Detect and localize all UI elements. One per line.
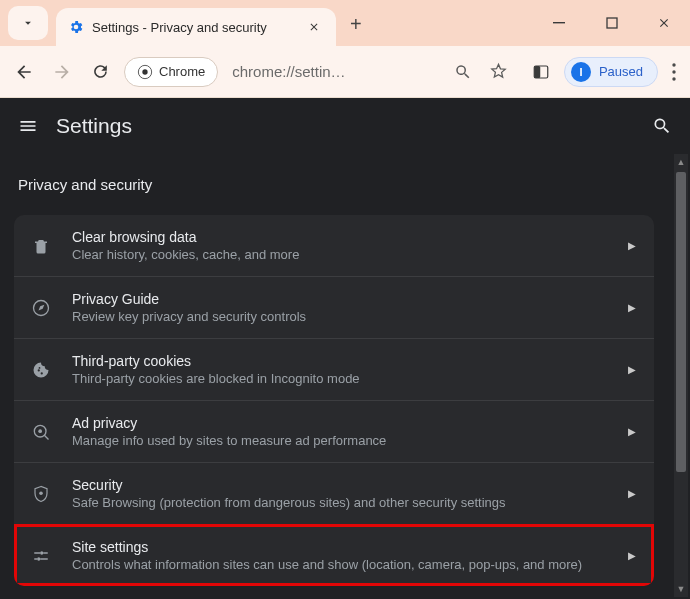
- browser-toolbar: Chrome chrome://settin… I Paused: [0, 46, 690, 98]
- tab-search-button[interactable]: [8, 6, 48, 40]
- chevron-right-icon: ▶: [628, 240, 636, 251]
- ad-icon: [28, 422, 54, 442]
- svg-point-13: [39, 491, 43, 495]
- reload-icon: [91, 62, 110, 81]
- settings-appbar: Settings: [0, 98, 690, 154]
- svg-rect-6: [534, 66, 540, 78]
- window-minimize-button[interactable]: [540, 3, 580, 43]
- vertical-scrollbar[interactable]: ▲ ▼: [674, 154, 688, 597]
- row-title: Site settings: [72, 539, 610, 555]
- svg-point-7: [672, 63, 675, 66]
- svg-point-8: [672, 70, 675, 73]
- svg-point-9: [672, 77, 675, 80]
- kebab-icon: [672, 63, 676, 81]
- profile-chip[interactable]: I Paused: [564, 57, 658, 87]
- avatar: I: [571, 62, 591, 82]
- overflow-menu-button[interactable]: [668, 63, 680, 81]
- svg-point-15: [37, 557, 40, 560]
- svg-rect-0: [553, 22, 565, 23]
- tab-title: Settings - Privacy and security: [92, 20, 300, 35]
- address-bar[interactable]: chrome://settin…: [232, 63, 440, 80]
- magnifier-minus-icon: [454, 63, 472, 81]
- gear-icon: [68, 19, 84, 35]
- bookmark-button[interactable]: [486, 59, 512, 85]
- row-sub: Manage info used by sites to measure ad …: [72, 433, 610, 448]
- settings-menu-button[interactable]: [18, 116, 38, 136]
- reload-button[interactable]: [86, 58, 114, 86]
- row-title: Ad privacy: [72, 415, 610, 431]
- row-sub: Clear history, cookies, cache, and more: [72, 247, 610, 262]
- row-title: Clear browsing data: [72, 229, 610, 245]
- chevron-right-icon: ▶: [628, 426, 636, 437]
- sliders-icon: [28, 547, 54, 565]
- minimize-icon: [553, 16, 567, 30]
- settings-title: Settings: [56, 114, 132, 138]
- chevron-right-icon: ▶: [628, 364, 636, 375]
- panel-icon: [532, 63, 550, 81]
- scroll-up-button[interactable]: ▲: [674, 154, 688, 170]
- maximize-icon: [606, 17, 618, 29]
- compass-icon: [28, 298, 54, 318]
- sidepanel-button[interactable]: [528, 59, 554, 85]
- privacy-card: Clear browsing data Clear history, cooki…: [14, 215, 654, 586]
- row-title: Security: [72, 477, 610, 493]
- cookie-icon: [28, 361, 54, 379]
- row-clear-browsing-data[interactable]: Clear browsing data Clear history, cooki…: [14, 215, 654, 276]
- forward-button[interactable]: [48, 58, 76, 86]
- address-chip-label: Chrome: [159, 64, 205, 79]
- row-site-settings[interactable]: Site settings Controls what information …: [14, 524, 654, 586]
- svg-point-3: [142, 69, 147, 74]
- window-titlebar: Settings - Privacy and security +: [0, 0, 690, 46]
- arrow-right-icon: [52, 62, 72, 82]
- row-ad-privacy[interactable]: Ad privacy Manage info used by sites to …: [14, 400, 654, 462]
- tab-close-button[interactable]: [308, 21, 326, 33]
- hamburger-icon: [18, 116, 38, 136]
- svg-rect-1: [607, 18, 617, 28]
- svg-point-14: [40, 551, 43, 554]
- back-button[interactable]: [10, 58, 38, 86]
- svg-rect-4: [459, 69, 463, 70]
- row-privacy-guide[interactable]: Privacy Guide Review key privacy and sec…: [14, 276, 654, 338]
- row-security[interactable]: Security Safe Browsing (protection from …: [14, 462, 654, 524]
- row-sub: Third-party cookies are blocked in Incog…: [72, 371, 610, 386]
- svg-point-12: [38, 429, 42, 433]
- chevron-right-icon: ▶: [628, 302, 636, 313]
- window-maximize-button[interactable]: [592, 3, 632, 43]
- settings-search-button[interactable]: [652, 116, 672, 136]
- browser-tab[interactable]: Settings - Privacy and security: [56, 8, 336, 46]
- star-icon: [489, 62, 508, 81]
- close-icon: [657, 16, 671, 30]
- arrow-left-icon: [14, 62, 34, 82]
- row-title: Privacy Guide: [72, 291, 610, 307]
- close-icon: [308, 21, 320, 33]
- shield-icon: [28, 484, 54, 504]
- row-sub: Review key privacy and security controls: [72, 309, 610, 324]
- search-icon: [652, 116, 672, 136]
- settings-body: Privacy and security Clear browsing data…: [0, 154, 672, 599]
- zoom-button[interactable]: [450, 59, 476, 85]
- scroll-down-button[interactable]: ▼: [674, 581, 688, 597]
- address-security-chip[interactable]: Chrome: [124, 57, 218, 87]
- new-tab-button[interactable]: +: [350, 13, 362, 36]
- row-sub: Controls what information sites can use …: [72, 557, 610, 572]
- row-sub: Safe Browsing (protection from dangerous…: [72, 495, 610, 510]
- section-heading: Privacy and security: [14, 176, 672, 193]
- chrome-icon: [137, 64, 153, 80]
- scroll-thumb[interactable]: [676, 172, 686, 472]
- chevron-down-icon: [21, 16, 35, 30]
- settings-page: Settings Privacy and security Clear brow…: [0, 98, 690, 599]
- row-title: Third-party cookies: [72, 353, 610, 369]
- trash-icon: [28, 237, 54, 255]
- profile-status-label: Paused: [599, 64, 643, 79]
- chevron-right-icon: ▶: [628, 488, 636, 499]
- window-close-button[interactable]: [644, 3, 684, 43]
- chevron-right-icon: ▶: [628, 550, 636, 561]
- row-third-party-cookies[interactable]: Third-party cookies Third-party cookies …: [14, 338, 654, 400]
